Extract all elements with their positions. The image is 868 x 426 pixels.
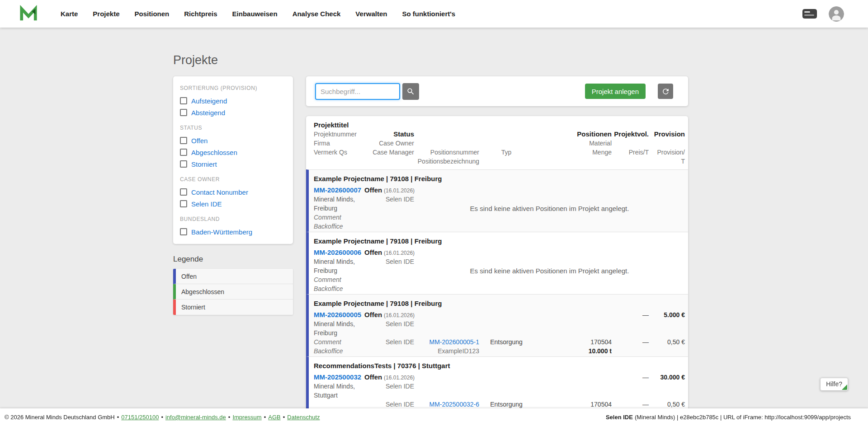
separator-dot: •	[161, 414, 163, 421]
position-provision: 0,50 €	[649, 400, 685, 409]
project-preis-dash: —	[612, 310, 649, 319]
column-header: Projekttitel	[314, 121, 364, 130]
column-header: Positionsnummer	[414, 148, 479, 157]
filter-option-offen[interactable]: Offen	[180, 135, 286, 146]
page-content: Projekte SORTIERUNG (PROVISION) Aufsteig…	[0, 53, 868, 410]
spacer	[612, 121, 649, 130]
nav-verwalten[interactable]: Verwalten	[355, 10, 387, 18]
footer-phone-link[interactable]: 07151/250100	[121, 414, 159, 421]
header-col-projekt: Projekttitel Projektnummer Firma Vermerk…	[314, 121, 364, 166]
spacer	[649, 121, 685, 130]
legend-label: Storniert	[181, 304, 205, 311]
refresh-button[interactable]	[658, 84, 673, 99]
filter-section-sortierung: SORTIERUNG (PROVISION)	[180, 85, 286, 92]
project-row[interactable]: Example Projectname | 79108 | Freiburg M…	[306, 294, 688, 356]
position-number-link[interactable]: MM-202600005-1	[414, 337, 479, 346]
footer: © 2026 Mineral Minds Deutschland GmbH • …	[0, 408, 868, 426]
checkbox-icon[interactable]	[180, 200, 187, 207]
checkbox-icon[interactable]	[180, 160, 187, 168]
page-title: Projekte	[173, 53, 868, 67]
nav-positionen[interactable]: Positionen	[135, 10, 170, 18]
refresh-icon	[661, 87, 670, 96]
filter-section-status: STATUS	[180, 125, 286, 131]
column-header: Positionsbezeichnung	[414, 157, 479, 166]
checkbox-icon[interactable]	[180, 149, 187, 156]
column-header: Projektvol.	[612, 130, 649, 139]
filter-section-bundesland: BUNDESLAND	[180, 216, 286, 223]
nav-analyse-check[interactable]: Analyse Check	[292, 10, 341, 18]
status-date: (16.01.2026)	[384, 187, 415, 194]
filter-option-label: Selen IDE	[191, 200, 222, 208]
legend: Offen Abgeschlossen Storniert	[173, 269, 293, 315]
filter-option-aufsteigend[interactable]: Aufsteigend	[180, 95, 286, 107]
vermerk-comment: Comment	[314, 337, 364, 346]
project-row-grid: MM-202600007 Offen (16.01.2026) Mineral …	[314, 186, 685, 231]
footer-email-link[interactable]: info@mineral-minds.de	[165, 414, 226, 421]
filter-option-label: Aufsteigend	[191, 97, 227, 105]
checkbox-icon[interactable]	[180, 137, 187, 144]
filter-option-label: Contact Nonumber	[191, 188, 248, 196]
project-row-grid: MM-202600006 Offen (16.01.2026) Mineral …	[314, 248, 685, 293]
position-preis: —	[612, 337, 649, 346]
create-project-button[interactable]: Projekt anlegen	[585, 84, 646, 99]
footer-impressum-link[interactable]: Impressum	[232, 414, 261, 421]
filter-option-contact-nonumber[interactable]: Contact Nonumber	[180, 186, 286, 198]
sessions-icon-glyph	[802, 9, 817, 19]
project-row[interactable]: Example Projectname | 79108 | Freiburg M…	[306, 232, 688, 294]
mineral-minds-logo[interactable]	[19, 5, 38, 23]
position-number-link[interactable]: MM-202500032-6	[414, 400, 479, 409]
project-number-link[interactable]: MM-202600005	[314, 310, 364, 319]
user-avatar[interactable]	[829, 6, 844, 22]
company-line: Stuttgart	[314, 391, 364, 400]
nav-so-funktionierts[interactable]: So funktioniert's	[402, 10, 455, 18]
vermerk-backoffice: Backoffice	[314, 284, 364, 293]
filter-option-absteigend[interactable]: Absteigend	[180, 107, 286, 118]
company-line: Mineral Minds,	[314, 195, 364, 204]
checkbox-icon[interactable]	[180, 188, 187, 196]
hilfe-button[interactable]: Hilfe?	[820, 378, 848, 391]
project-row-grid: MM-202500032 Offen (16.01.2026) — 30.000…	[314, 373, 685, 409]
nav-einbauweisen[interactable]: Einbauweisen	[232, 10, 278, 18]
project-number-link[interactable]: MM-202500032	[314, 373, 364, 382]
nav-projekte[interactable]: Projekte	[93, 10, 119, 18]
project-number-link[interactable]: MM-202600007	[314, 186, 364, 195]
filter-option-abgeschlossen[interactable]: Abgeschlossen	[180, 146, 286, 158]
position-material: 170504	[533, 337, 612, 346]
header-col-positionsnummer: Positionsnummer Positionsbezeichnung	[414, 121, 479, 166]
footer-datenschutz-link[interactable]: Datenschutz	[287, 414, 320, 421]
position-case-manager: Selen IDE	[364, 337, 414, 346]
project-status: Offen (16.01.2026)	[364, 310, 414, 319]
project-status: Offen (16.01.2026)	[364, 248, 414, 257]
nav-karte[interactable]: Karte	[61, 10, 78, 18]
project-provision-total: 5.000 €	[649, 310, 685, 319]
spacer	[533, 157, 612, 166]
column-header: Provision/	[649, 148, 685, 157]
checkbox-icon[interactable]	[180, 97, 187, 104]
project-number-link[interactable]: MM-202600006	[314, 248, 364, 257]
checkbox-icon[interactable]	[180, 228, 187, 235]
search-button[interactable]	[402, 83, 419, 100]
project-row[interactable]: Example Projectname | 79108 | Freiburg M…	[306, 169, 688, 232]
filter-option-storniert[interactable]: Storniert	[180, 158, 286, 170]
filter-option-label: Abgeschlossen	[191, 149, 237, 156]
filter-option-label: Baden-Württemberg	[191, 228, 252, 236]
toolbar-right: Projekt anlegen	[585, 84, 673, 99]
sessions-icon[interactable]	[802, 9, 817, 19]
session-details: (Mineral Minds) | e28ebc2b785c | URL of …	[635, 414, 851, 421]
filter-option-baden-wuerttemberg[interactable]: Baden-Württemberg	[180, 226, 286, 238]
status-label: Offen	[364, 311, 382, 318]
company-line: Freiburg	[314, 266, 364, 275]
search-input[interactable]	[315, 83, 400, 100]
status-label: Offen	[364, 373, 382, 381]
case-owner: Selen IDE	[364, 257, 414, 266]
header-col-typ: Typ	[479, 121, 533, 166]
filter-option-selen-ide[interactable]: Selen IDE	[180, 198, 286, 210]
vermerk-comment: Comment	[314, 275, 364, 284]
project-row[interactable]: RecommendationsTests | 70376 | Stuttgart…	[306, 356, 688, 410]
checkbox-icon[interactable]	[180, 109, 187, 116]
nav-richtpreis[interactable]: Richtpreis	[184, 10, 217, 18]
column-header: Material	[533, 139, 612, 148]
header-col-projektvol: Projektvol. Preis/T	[612, 121, 649, 166]
footer-agb-link[interactable]: AGB	[268, 414, 280, 421]
column-header: Projektnummer	[314, 130, 364, 139]
